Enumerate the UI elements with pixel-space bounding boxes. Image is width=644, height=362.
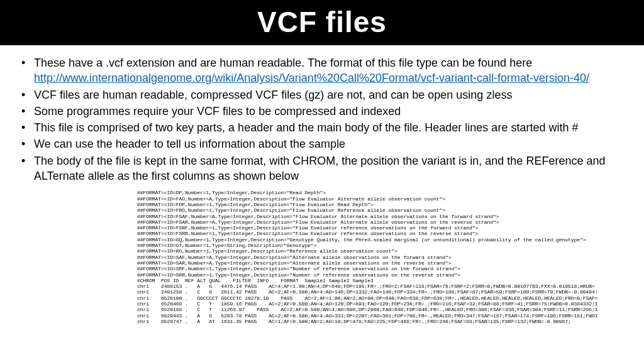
bullet-list: These have a .vcf extension and are huma…: [18, 55, 626, 184]
bullet-item: We can use the header to tell us informa…: [18, 136, 626, 151]
bullet-item: This file is comprised of two key parts,…: [18, 120, 626, 135]
bullet-text: We can use the header to tell us informa…: [34, 138, 345, 150]
slide-content: These have a .vcf extension and are huma…: [0, 45, 644, 324]
bullet-text: These have a .vcf extension and are huma…: [34, 57, 532, 69]
bullet-text: The body of the file is kept in the same…: [34, 155, 605, 182]
bullet-item: Some programmes require your VCF files t…: [18, 104, 626, 119]
vcf-example-block: ##FORMAT=<ID=DP,Number=1,Type=Integer,De…: [137, 190, 626, 324]
format-link[interactable]: http://www.internationalgenome.org/wiki/…: [34, 72, 589, 84]
slide-title: VCF files: [0, 5, 644, 39]
bullet-item: The body of the file is kept in the same…: [18, 153, 626, 184]
bullet-item: These have a .vcf extension and are huma…: [18, 55, 626, 86]
bullet-text: VCF files are human readable, compressed…: [34, 89, 512, 101]
bullet-text: This file is comprised of two key parts,…: [34, 121, 578, 134]
bullet-text: Some programmes require your VCF files t…: [34, 105, 401, 118]
title-bar: VCF files: [0, 0, 644, 45]
bullet-item: VCF files are human readable, compressed…: [18, 87, 626, 102]
